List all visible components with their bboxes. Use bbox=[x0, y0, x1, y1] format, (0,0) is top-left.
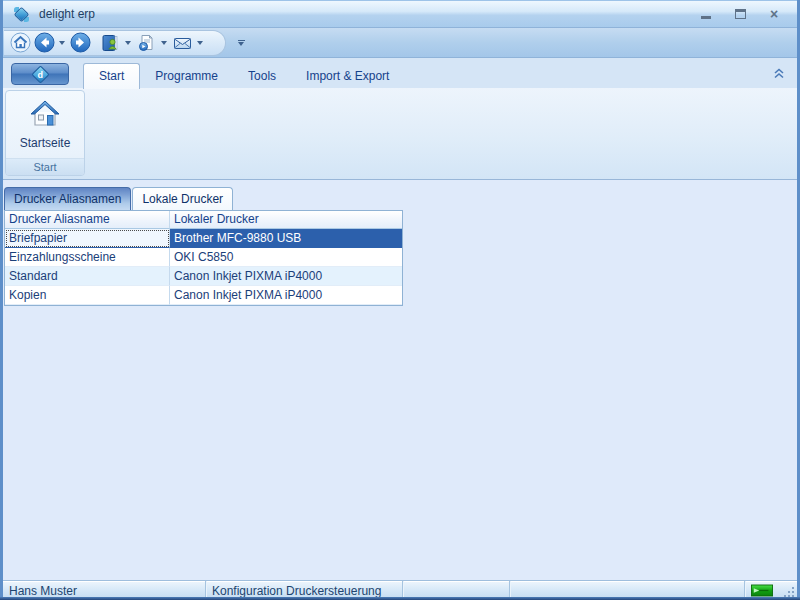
minimize-button[interactable] bbox=[699, 7, 713, 21]
table-row[interactable]: Einzahlungsscheine OKI C5850 bbox=[5, 248, 402, 267]
cell-alias[interactable]: Einzahlungsscheine bbox=[5, 248, 170, 267]
statusbar-context: Konfiguration Druckersteuerung bbox=[206, 581, 403, 600]
forward-icon bbox=[70, 32, 91, 53]
app-logo-icon bbox=[13, 6, 30, 23]
column-header-printer[interactable]: Lokaler Drucker bbox=[170, 211, 402, 229]
address-book-button[interactable] bbox=[99, 32, 121, 54]
toolbar-pill bbox=[4, 30, 226, 56]
statusbar-panel-empty-1 bbox=[403, 581, 510, 600]
printer-alias-table: Drucker Aliasname Lokaler Drucker Briefp… bbox=[4, 210, 403, 306]
cell-alias[interactable]: Kopien bbox=[5, 286, 170, 305]
titlebar: delight erp × bbox=[3, 0, 797, 28]
startseite-button-label: Startseite bbox=[20, 136, 71, 150]
quick-access-toolbar bbox=[3, 28, 797, 58]
address-book-dropdown-caret[interactable] bbox=[123, 32, 133, 54]
toolbar-options-icon[interactable] bbox=[234, 36, 248, 50]
cell-printer[interactable]: Brother MFC-9880 USB bbox=[170, 229, 402, 248]
ribbon-group-caption: Start bbox=[6, 158, 84, 175]
table-row[interactable]: Standard Canon Inkjet PIXMA iP4000 bbox=[5, 267, 402, 286]
cell-printer[interactable]: Canon Inkjet PIXMA iP4000 bbox=[170, 267, 402, 286]
cell-alias[interactable]: Standard bbox=[5, 267, 170, 286]
table-row[interactable]: Kopien Canon Inkjet PIXMA iP4000 bbox=[5, 286, 402, 305]
statusbar-user: Hans Muster bbox=[3, 581, 206, 600]
tab-lokale-drucker[interactable]: Lokale Drucker bbox=[132, 187, 233, 210]
column-header-alias[interactable]: Drucker Aliasname bbox=[5, 211, 170, 229]
cell-alias[interactable]: Briefpapier bbox=[5, 229, 170, 248]
ribbon-tab-tools[interactable]: Tools bbox=[233, 64, 291, 88]
ribbon-tab-import-export[interactable]: Import & Export bbox=[291, 64, 404, 88]
ribbon-tab-start[interactable]: Start bbox=[83, 63, 140, 89]
table-row[interactable]: Briefpapier Brother MFC-9880 USB bbox=[5, 229, 402, 248]
cell-printer[interactable]: OKI C5850 bbox=[170, 248, 402, 267]
ribbon-group-start: Startseite Start bbox=[5, 90, 85, 176]
maximize-icon bbox=[735, 9, 746, 19]
ribbon-tab-row: d Start Programme Tools Import & Export bbox=[3, 58, 797, 88]
forward-button[interactable] bbox=[69, 32, 91, 54]
address-book-icon bbox=[100, 33, 120, 53]
table-header-row: Drucker Aliasname Lokaler Drucker bbox=[5, 211, 402, 229]
app-button-diamond-icon: d bbox=[31, 65, 49, 83]
minimize-icon bbox=[701, 16, 711, 19]
window-controls: × bbox=[699, 7, 787, 21]
window-title: delight erp bbox=[39, 7, 95, 21]
mail-icon bbox=[172, 33, 193, 53]
mail-button[interactable] bbox=[171, 32, 193, 54]
startseite-house-icon bbox=[28, 97, 62, 131]
startseite-button[interactable]: Startseite bbox=[6, 91, 84, 158]
collapse-ribbon-chevron-icon[interactable] bbox=[773, 68, 785, 82]
ribbon-body: Startseite Start bbox=[3, 88, 797, 180]
resize-grip-icon[interactable] bbox=[779, 581, 797, 600]
mail-dropdown-caret[interactable] bbox=[195, 32, 205, 54]
main-content: Drucker Aliasnamen Lokale Drucker Drucke… bbox=[3, 180, 797, 580]
back-dropdown-caret[interactable] bbox=[57, 32, 67, 54]
table-body: Briefpapier Brother MFC-9880 USB Einzahl… bbox=[5, 229, 402, 305]
back-icon bbox=[34, 32, 55, 53]
cell-printer[interactable]: Canon Inkjet PIXMA iP4000 bbox=[170, 286, 402, 305]
back-button[interactable] bbox=[33, 32, 55, 54]
app-window: delight erp × bbox=[0, 0, 800, 600]
statusbar-panel-empty-2 bbox=[510, 581, 745, 600]
home-button[interactable] bbox=[9, 32, 31, 54]
ribbon-tab-programme[interactable]: Programme bbox=[140, 64, 233, 88]
maximize-button[interactable] bbox=[733, 7, 747, 21]
view-tab-strip: Drucker Aliasnamen Lokale Drucker bbox=[4, 187, 233, 210]
application-button[interactable]: d bbox=[11, 63, 69, 85]
statusbar: Hans Muster Konfiguration Druckersteueru… bbox=[3, 580, 797, 600]
report-dropdown-caret[interactable] bbox=[159, 32, 169, 54]
connection-status-green-icon[interactable] bbox=[745, 581, 779, 600]
report-button[interactable] bbox=[135, 32, 157, 54]
close-button[interactable]: × bbox=[767, 7, 781, 21]
home-icon bbox=[10, 32, 31, 53]
tab-drucker-aliasnamen[interactable]: Drucker Aliasnamen bbox=[4, 187, 131, 210]
report-icon bbox=[136, 33, 156, 53]
